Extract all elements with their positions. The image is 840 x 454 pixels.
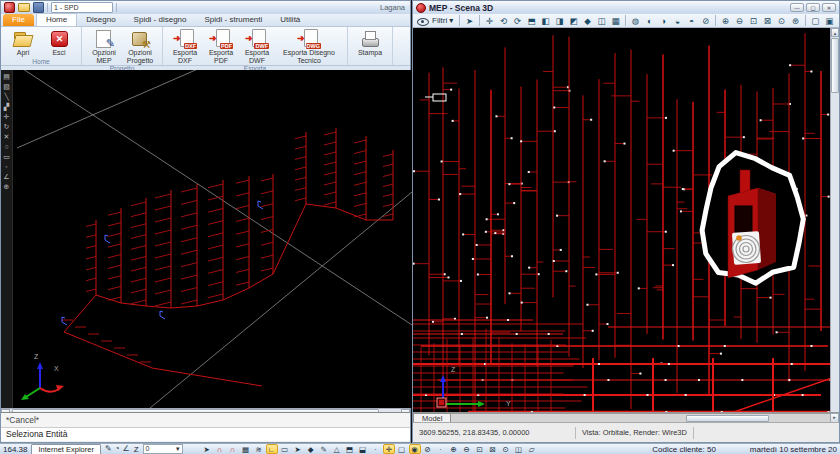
select-tool-icon[interactable]: ▧ [2,82,11,91]
move-tool-icon[interactable]: ✛ [2,112,11,121]
protractor-icon[interactable]: ◔ [115,444,120,454]
zoom-window-sb-icon[interactable]: ⊡ [474,444,486,454]
scene-vertical-scrollbar[interactable]: ▴ ▾ [830,28,839,425]
zoom-in-sb-icon[interactable]: ⊕ [448,444,460,454]
palette-icon[interactable]: ▤ [2,72,11,81]
render-icon[interactable]: ◍ [629,15,642,27]
frame-toggle-icon[interactable]: ▢ [396,444,408,454]
save-quick-icon[interactable] [33,2,44,13]
scene-3d-viewport[interactable]: Z Y [413,28,832,425]
select-cursor-icon[interactable]: ➤ [292,444,304,454]
stampa-button[interactable]: Stampa [353,29,387,57]
grid-toggle-icon[interactable]: ▦ [240,444,252,454]
shade-mode-icon[interactable]: ◫ [595,15,608,27]
close-button[interactable]: ✕ [822,3,836,12]
command-prompt-input[interactable]: Seleziona Entità [1,427,410,441]
apri-button[interactable]: Apri [6,29,40,57]
view-right-icon[interactable]: ◨ [553,15,566,27]
vertical-scroll-thumb[interactable] [831,38,839,93]
angle-icon[interactable]: ∠ [122,444,129,454]
disable-icon[interactable]: ⊘ [422,444,434,454]
zoom-extents-sb-icon[interactable]: ⊠ [487,444,499,454]
zoom-in-icon[interactable]: ⊕ [719,15,732,27]
eye-toggle-icon[interactable]: ◉ [409,444,421,454]
node-tool-icon[interactable]: ◦ [2,162,11,171]
viewport-icon[interactable]: ▢ [809,15,822,27]
shadows-icon[interactable]: ◒ [671,15,684,27]
tab-spidi-disegno[interactable]: Spidi - disegno [125,14,196,26]
scene-hscroll-thumb[interactable] [686,415,769,422]
zoom-selected-icon[interactable]: ⊛ [789,15,802,27]
section-icon[interactable]: ⊘ [699,15,712,27]
pointer-mode-icon[interactable]: ➤ [201,444,213,454]
orbit-icon[interactable]: ⟲ [497,15,510,27]
snap-magnet-icon[interactable]: ∩ [214,444,226,454]
zoom-previous-icon[interactable]: ⊙ [775,15,788,27]
line-tool-icon[interactable]: ╲ [2,92,11,101]
tab-disegno[interactable]: Disegno [77,14,124,26]
zoom-extents-icon[interactable]: ⊠ [761,15,774,27]
zoom-window-icon[interactable]: ⊡ [747,15,760,27]
tab-home[interactable]: Home [36,13,77,26]
edit-pen-icon[interactable]: ✎ [105,444,112,454]
erase-tool-icon[interactable]: ✕ [2,132,11,141]
pan-icon[interactable]: ✛ [483,15,496,27]
layout-icon[interactable]: ▱ [526,444,538,454]
roll-view-icon[interactable]: ⟳ [511,15,524,27]
opzioni-mep-button[interactable]: OpzioniMEP [87,29,121,64]
esporta-dxf-button[interactable]: DXFEsportaDXF [168,29,202,64]
esporta-disegno-tecnico-button[interactable]: DWGEsporta DisegnoTecnico [276,29,342,64]
zoom-tool-icon[interactable]: ⊕ [2,182,11,191]
polyline-tool-icon[interactable]: ▞ [2,102,11,111]
esci-button[interactable]: Esci [42,29,76,57]
wireframe-mode-icon[interactable]: ▦ [609,15,622,27]
gizmo-icon[interactable]: ◆ [305,444,317,454]
drawing-canvas[interactable]: ▤▧╲▞✛↻✕○▭◦∠⊕ Z X [1,70,412,408]
hatch-toggle-icon[interactable]: ≋ [253,444,265,454]
rotate-tool-icon[interactable]: ↻ [2,122,11,131]
view-camera-icon[interactable]: ◆ [581,15,594,27]
selection-mode-icon[interactable]: ➤ [463,15,476,27]
icon-export: DXF [174,29,196,49]
z-value-combo[interactable]: 0 ▾ [143,444,183,454]
taskbar-internet-explorer-button[interactable]: Internet Explorer [31,444,100,454]
scene-titlebar[interactable]: MEP - Scena 3D —▢✕ [413,1,839,14]
solid-bottom-icon[interactable]: ⬓ [357,444,369,454]
view-top-icon[interactable]: ⬒ [525,15,538,27]
level-combo[interactable]: 1 - SPD [51,2,113,13]
esporta-pdf-button[interactable]: PDFEsportaPDF [204,29,238,64]
view-iso-icon[interactable]: ◩ [567,15,580,27]
edit-pencil-icon[interactable]: ✎ [318,444,330,454]
solid-top-icon[interactable]: ⬒ [344,444,356,454]
fullscreen-icon[interactable]: ▣ [823,15,836,27]
visibility-eye-icon[interactable] [416,15,428,27]
tab-spidi-strumenti[interactable]: Spidi - strumenti [196,14,272,26]
draw-triangle-icon[interactable]: △ [331,444,343,454]
zoom-out-icon[interactable]: ⊖ [733,15,746,27]
angle-tool-icon[interactable]: ∠ [2,172,11,181]
restore-button[interactable]: ▢ [806,3,820,12]
opzioni-progetto-button[interactable]: OpzioniProgetto [123,29,157,64]
minimize-button[interactable]: — [790,3,804,12]
esporta-dwf-button[interactable]: DWFEsportaDWF [240,29,274,64]
tab-file[interactable]: File [3,14,34,26]
circle-tool-icon[interactable]: ○ [2,142,11,151]
snap-magnet2-icon[interactable]: ∩ [227,444,239,454]
background-icon[interactable]: ◓ [685,15,698,27]
zoom-out-sb-icon[interactable]: ⊖ [461,444,473,454]
filters-dropdown[interactable]: Filtri ▾ [429,16,456,25]
divider-dot2-icon[interactable]: · [435,444,447,454]
scroll-up-arrow[interactable]: ▴ [831,28,839,37]
screen-icon[interactable]: ▭ [279,444,291,454]
open-quick-icon[interactable] [18,3,30,12]
tab-utilit[interactable]: Utilità [271,14,309,26]
lights-icon[interactable]: ◐ [643,15,656,27]
rect-tool-icon[interactable]: ▭ [2,152,11,161]
view-front-icon[interactable]: ◧ [539,15,552,27]
crosshair-toggle-icon[interactable]: ✛ [383,444,395,454]
materials-icon[interactable]: ◑ [657,15,670,27]
divider-dot-icon[interactable]: · [370,444,382,454]
zoom-prev-sb-icon[interactable]: ⊙ [500,444,512,454]
sheet-icon[interactable]: ◫ [513,444,525,454]
ortho-toggle-icon[interactable]: ∟ [266,444,278,454]
